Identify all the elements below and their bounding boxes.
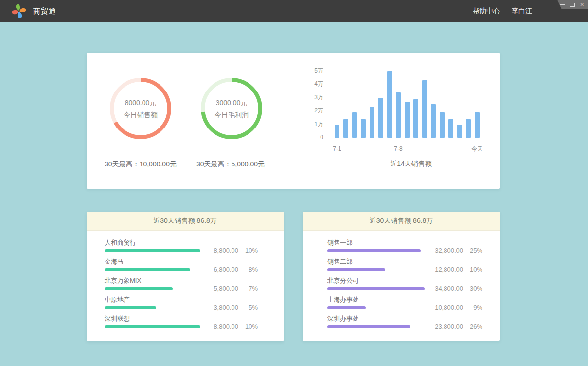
row-percent: 7% [243,285,258,292]
y-axis-tick: 4万 [285,80,323,88]
list-row: 金海马6,800.008% [87,258,284,271]
row-percent: 25% [468,247,482,254]
bar-chart-xaxis: 7-17-8今天 [87,145,500,153]
row-percent: 5% [243,304,258,311]
row-bar [327,325,410,328]
today-sales-value: 8000.00元 [125,98,157,107]
today-profit-donut-chart: 3000.00元 今日毛利润 [200,77,263,140]
row-label: 北京分公司 [327,277,500,285]
row-bar [327,306,366,309]
bar [343,119,348,138]
maximize-icon[interactable] [570,3,575,7]
departments-card-title: 近30天销售额 86.8万 [303,212,500,231]
row-percent: 10% [243,323,258,330]
customers-list: 人和商贸行8,800.0010%金海马6,800.008%北京万象MIX5,80… [87,231,284,328]
bar [335,125,339,138]
row-values: 8,800.0010% [203,247,258,254]
row-amount: 8,800.00 [203,247,238,254]
help-center-link[interactable]: 帮助中心 [473,7,500,16]
row-percent: 26% [468,323,482,330]
row-label: 上海办事处 [327,296,500,304]
row-values: 3,800.005% [203,304,258,311]
row-percent: 9% [468,304,482,311]
row-percent: 30% [468,285,482,292]
bar [448,119,453,138]
bar [466,119,471,138]
user-menu[interactable]: 李白江 [512,7,532,16]
row-label: 人和商贸行 [105,239,284,247]
row-values: 23,800.0026% [428,323,482,330]
x-axis-tick: 7-8 [381,145,415,153]
app-logo-icon [12,4,26,18]
list-row: 销售二部12,800.0010% [303,258,500,271]
row-label: 金海马 [105,258,284,266]
row-values: 5,800.007% [203,285,258,292]
close-icon[interactable]: ✕ [580,2,584,7]
list-row: 销售一部32,800.0025% [303,239,500,252]
bar [405,102,410,138]
bar [413,99,418,138]
row-values: 10,800.009% [428,304,482,311]
row-values: 8,800.0010% [203,323,258,330]
bar [431,104,436,138]
row-bar [105,306,156,309]
bar [396,92,401,138]
y-axis-tick: 3万 [285,93,323,101]
row-amount: 32,800.00 [428,247,463,254]
row-bar [105,287,173,290]
row-amount: 5,800.00 [203,285,238,292]
row-amount: 34,800.00 [428,285,463,292]
window-controls: ✕ [557,0,588,9]
bar [422,80,427,138]
bar [440,112,445,138]
list-row: 深圳联想8,800.0010% [87,315,284,328]
bar [361,119,366,138]
bar [352,112,357,138]
x-axis-tick: 今天 [460,145,494,153]
bar-chart-title: 近14天销售额 [338,160,484,168]
row-label: 中原地产 [105,296,284,304]
customers-card-title: 近30天销售额 86.8万 [87,212,284,231]
app-header: 商贸通 帮助中心 李白江 ✕ [0,0,588,22]
row-amount: 12,800.00 [428,266,463,273]
row-amount: 10,800.00 [428,304,463,311]
list-row: 深圳办事处23,800.0026% [303,315,500,328]
row-values: 12,800.0010% [428,266,482,273]
bar [457,125,462,138]
list-row: 北京万象MIX5,800.007% [87,277,284,290]
row-values: 34,800.0030% [428,285,482,292]
row-bar [105,249,200,252]
y-axis-tick: 2万 [285,107,323,114]
bar [370,107,374,138]
today-sales-donut-chart: 8000.00元 今日销售额 [109,77,172,140]
row-amount: 23,800.00 [428,323,463,330]
row-label: 北京万象MIX [105,277,284,285]
row-values: 32,800.0025% [428,247,482,254]
today-profit-caption: 30天最高：5,000.00元 [177,160,284,169]
x-axis-tick: 7-1 [320,145,354,153]
row-percent: 8% [243,266,258,273]
row-label: 销售一部 [327,239,500,247]
row-amount: 6,800.00 [203,266,238,273]
departments-list: 销售一部32,800.0025%销售二部12,800.0010%北京分公司34,… [303,231,500,328]
row-values: 6,800.008% [203,266,258,273]
y-axis-tick: 1万 [285,120,323,128]
app-title: 商贸通 [33,0,56,22]
row-bar [105,268,190,271]
summary-card: 8000.00元 今日销售额 30天最高：10,000.00元 3000.00元… [87,53,500,189]
today-profit-label: 今日毛利润 [214,110,249,119]
today-sales-label: 今日销售额 [124,110,158,119]
row-bar [327,287,425,290]
row-label: 销售二部 [327,258,500,266]
bar [475,112,480,138]
bar [387,71,392,138]
today-profit-value: 3000.00元 [216,98,248,107]
row-amount: 8,800.00 [203,323,238,330]
row-percent: 10% [468,266,482,273]
customers-card: 近30天销售额 86.8万 人和商贸行8,800.0010%金海马6,800.0… [87,212,284,341]
row-label: 深圳联想 [105,315,284,323]
minimize-icon[interactable] [560,4,565,5]
row-amount: 3,800.00 [203,304,238,311]
row-label: 深圳办事处 [327,315,500,323]
row-bar [105,325,200,328]
